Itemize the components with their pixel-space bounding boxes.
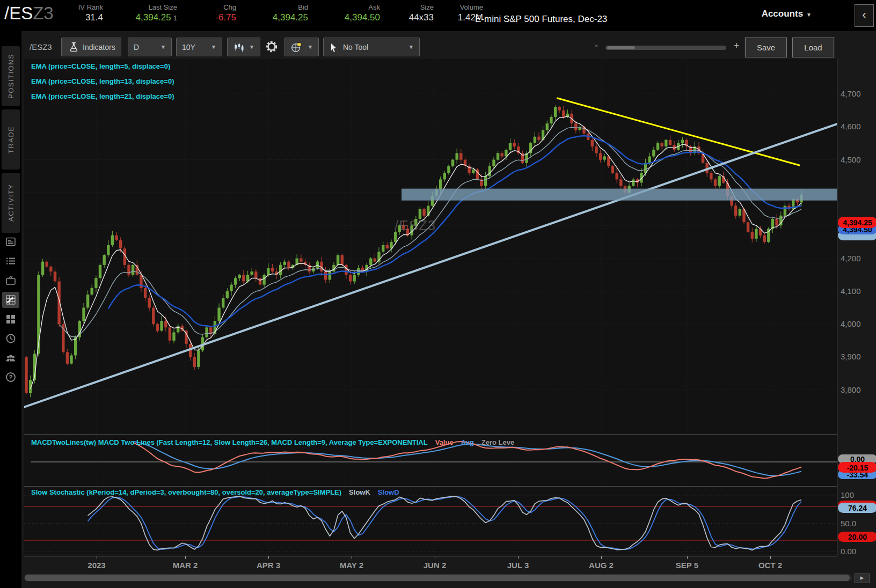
stoch-legend-slowk: SlowK bbox=[349, 488, 370, 496]
time-label-apr-3: APR 3 bbox=[250, 561, 287, 570]
range-dropdown[interactable]: 10Y▼ bbox=[176, 38, 222, 56]
svg-text:?: ? bbox=[9, 374, 12, 380]
chart-settings-button[interactable] bbox=[264, 39, 279, 56]
tv-icon bbox=[4, 274, 17, 287]
time-label-aug-2: AUG 2 bbox=[582, 561, 620, 570]
time-label-jul-3: JUL 3 bbox=[499, 561, 537, 570]
gear-icon bbox=[264, 39, 279, 54]
stochastic-panel[interactable] bbox=[24, 487, 837, 554]
panel-divider[interactable] bbox=[24, 434, 837, 435]
compare-dropdown[interactable]: ▼ bbox=[284, 38, 319, 56]
chart-symbol-label: /ESZ3 bbox=[30, 42, 52, 52]
time-tick bbox=[435, 556, 435, 559]
sidebar-help-icon[interactable]: ? bbox=[2, 369, 19, 385]
field-label: Ask bbox=[322, 3, 380, 11]
cursor-icon bbox=[329, 42, 339, 52]
last-price-bubble: 4,394.25 bbox=[838, 217, 876, 228]
price-tick-3,900: 3,900 bbox=[841, 352, 861, 361]
time-tick bbox=[268, 556, 269, 559]
time-tick bbox=[352, 556, 352, 559]
time-label-2023: 2023 bbox=[78, 561, 115, 570]
symbol-root: /ES bbox=[4, 3, 33, 23]
field-label: Chg bbox=[191, 3, 236, 11]
sidebar-tab-activity[interactable]: ACTIVITY bbox=[2, 173, 20, 233]
sidebar-table-icon[interactable] bbox=[2, 253, 19, 269]
time-label-oct-2: OCT 2 bbox=[751, 561, 789, 570]
macd-study-label: MACDTwoLines(tw) MACD Two Lines (Fast Le… bbox=[31, 438, 514, 446]
collapse-panel-button[interactable]: ‹ bbox=[855, 4, 874, 27]
chart-watermark: /ESZ3 bbox=[395, 217, 436, 234]
price-tick-4,200: 4,200 bbox=[841, 254, 861, 263]
time-label-sep-5: SEP 5 bbox=[668, 561, 706, 570]
field-value: -6.75 bbox=[191, 11, 236, 24]
stoch-tick-50.0: 50.0 bbox=[841, 519, 856, 528]
chevron-down-icon: ▼ bbox=[160, 44, 166, 50]
sidebar-tab-trade[interactable]: TRADE bbox=[2, 109, 20, 170]
sidebar-report-icon[interactable] bbox=[2, 234, 19, 250]
zoom-slider[interactable] bbox=[605, 46, 726, 50]
field-label: Size bbox=[394, 3, 434, 11]
interval-dropdown[interactable]: D▼ bbox=[128, 38, 172, 56]
field-label: Last Size bbox=[117, 3, 177, 11]
price-tick-3,800: 3,800 bbox=[841, 385, 861, 394]
field-value: 4,394.25 bbox=[250, 11, 308, 24]
price-tick-4,700: 4,700 bbox=[841, 89, 861, 98]
drawing-tool-dropdown[interactable]: No Tool ▼ bbox=[323, 38, 420, 56]
panel-divider[interactable] bbox=[24, 486, 837, 487]
zoom-out-button[interactable]: - bbox=[595, 40, 598, 52]
time-axis-line bbox=[24, 556, 837, 556]
sidebar-tab-positions[interactable]: POSITIONS bbox=[2, 46, 20, 106]
macd-legend-zero-leve: Zero Leve bbox=[481, 438, 514, 446]
field-value: 44x33 bbox=[394, 11, 434, 24]
people-icon bbox=[4, 351, 17, 364]
quote-field-iv-rank: IV Rank31.4 bbox=[70, 3, 103, 24]
instrument-description: E-mini S&P 500 Futures, Dec-23 bbox=[475, 14, 607, 25]
grid-icon bbox=[4, 313, 17, 326]
price-tick-4,100: 4,100 bbox=[841, 286, 861, 296]
quote-header: /ESZ3 IV Rank31.4Last Size4,394.251Chg-6… bbox=[0, 0, 876, 31]
sidebar-chart-icon[interactable] bbox=[2, 292, 19, 308]
time-tick bbox=[185, 556, 186, 559]
zoom-in-button[interactable]: + bbox=[734, 40, 740, 52]
time-label-may-2: MAY 2 bbox=[333, 561, 370, 570]
quote-field-size: Size44x33 bbox=[394, 3, 434, 24]
chevron-down-icon: ▼ bbox=[408, 44, 414, 50]
time-tick bbox=[687, 556, 688, 559]
time-tick bbox=[97, 556, 97, 559]
time-tick bbox=[770, 556, 771, 559]
price-chart[interactable] bbox=[24, 59, 837, 433]
stoch-tick-0.00: 0.00 bbox=[841, 547, 856, 556]
sidebar-tv-icon[interactable] bbox=[2, 273, 19, 289]
field-label: Bid bbox=[250, 3, 308, 11]
time-label-jun-2: JUN 2 bbox=[416, 561, 454, 570]
sidebar-grid-icon[interactable] bbox=[2, 311, 19, 327]
indicators-button[interactable]: Indicators bbox=[61, 38, 121, 56]
sidebar-history-clock-icon[interactable] bbox=[2, 330, 19, 347]
save-button[interactable]: Save bbox=[745, 38, 787, 57]
left-sidebar: POSITIONSTRADEACTIVITY? bbox=[0, 31, 21, 588]
ema-label-0: EMA (price=CLOSE, length=5, displace=0) bbox=[31, 62, 170, 70]
chevron-down-icon: ▼ bbox=[211, 44, 216, 50]
chart-panel: /ESZ3 Indicators D▼ 10Y▼ ▼ ▼ No Tool ▼ -… bbox=[21, 31, 876, 588]
scrollbar-right-arrow[interactable]: ▶ bbox=[855, 574, 870, 583]
history-clock-icon bbox=[4, 332, 17, 345]
accounts-dropdown[interactable]: Accounts▼ bbox=[762, 9, 812, 19]
help-icon: ? bbox=[4, 371, 17, 384]
chart-horizontal-scrollbar[interactable] bbox=[24, 574, 852, 582]
slowk-bubble: 76.24 bbox=[838, 503, 876, 513]
price-tick-4,000: 4,000 bbox=[841, 319, 861, 328]
indicators-flask-icon bbox=[67, 41, 79, 53]
quote-field-chg: Chg-6.75 bbox=[191, 3, 236, 24]
ema-label-2: EMA (price=CLOSE, length=21, displace=0) bbox=[31, 92, 174, 100]
chart-type-dropdown[interactable]: ▼ bbox=[227, 38, 260, 56]
ema-label-1: EMA (price=CLOSE, length=13, displace=0) bbox=[31, 77, 174, 85]
stoch-tick-100: 100 bbox=[841, 490, 854, 499]
sidebar-people-icon[interactable] bbox=[2, 350, 19, 366]
zoom-slider-thumb[interactable] bbox=[607, 46, 635, 49]
quote-field-ask: Ask4,394.50 bbox=[322, 3, 380, 24]
load-button[interactable]: Load bbox=[792, 38, 834, 57]
scrollbar-thumb[interactable] bbox=[25, 575, 850, 581]
field-value: 4,394.251 bbox=[117, 11, 177, 25]
price-tick-4,600: 4,600 bbox=[841, 122, 861, 131]
table-icon bbox=[4, 255, 17, 268]
